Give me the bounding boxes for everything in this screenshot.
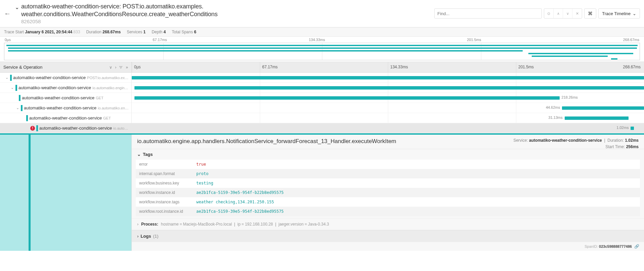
tick-label: 134.33ms [388,62,410,72]
tag-value: ae2b1fca-5159-39e5-954f-b22b8ed95575 [193,188,640,197]
chevron-down-icon: ⌄ [137,152,141,157]
service-name: automatiko-weather-condition-service [39,126,112,131]
timeline-row[interactable] [132,73,644,83]
expand-icon[interactable]: › [115,65,116,70]
tick-label: 0µs [132,62,143,72]
chevron-down-icon[interactable]: ⌄ [5,75,9,80]
minimap-span [8,50,523,52]
clear-search-icon[interactable]: ✕ [572,9,582,18]
service-color-bar [26,115,28,121]
trace-id: 8262058 [21,19,217,24]
page-title-line1: automatiko-weather-condition-service: PO… [21,3,217,10]
back-arrow-icon[interactable]: ← [4,10,11,18]
logs-count: (1) [153,234,158,239]
span-detail-panel: io.automatiko.engine.app.handlers.Notifi… [0,133,644,251]
service-name: automatiko-weather-condition-service [18,85,91,90]
timeline-header: 0µs 67.17ms 134.33ms 201.5ms 268.67ms [132,62,644,72]
service-operation-header: Service & Operation ∨ › ⩔ » [0,62,132,72]
span-duration-label: 1.02ms [616,126,629,130]
meta-value: 1.02ms [625,138,639,143]
service-name: automatiko-weather-condition-service [29,115,102,121]
meta-value: 1 [143,30,146,34]
process-kv: ip=192.168.100.28 [237,222,273,227]
minimap-span [528,53,633,54]
tree-controls: ∨ › ⩔ » [109,65,128,70]
page-title-line2: weather.conditions.WeatherConditionsReso… [21,10,217,18]
tick-label: 67.17ms [153,38,167,42]
span-id-label: SpanID: [585,244,598,248]
tags-section-header[interactable]: ⌄ Tags [132,149,644,160]
tick-label: 201.5ms [516,62,536,72]
search-nav-buttons: ⊙ ∧ ∨ ✕ [544,8,582,19]
span-duration-bar [565,116,629,120]
meta-value: 256ms [626,144,639,149]
detail-meta: Service: automatiko-weather-condition-se… [513,137,639,150]
trace-view-dropdown[interactable]: Trace Timeline ⌄ [598,8,640,19]
timeline-row[interactable]: 44.62ms [132,103,644,113]
tag-value: true [193,160,640,169]
tag-row: workflow.instance.tagsweather checking,1… [136,197,640,207]
tag-key: workflow.root.instance.id [136,207,193,216]
process-kv: jaeger.version=Java-0.34.3 [279,222,329,227]
tag-key: workflow.business.key [136,178,193,188]
operation-name: GET [96,96,130,100]
chevron-down-icon[interactable]: ⌄ [10,86,14,90]
service-color-bar [21,105,23,111]
span-row[interactable]: automatiko-weather-condition-serviceGET [0,113,131,123]
meta-label: Duration [86,30,101,34]
span-duration-bar [134,86,644,90]
tag-row: workflow.instance.idae2b1fca-5159-39e5-9… [136,188,640,197]
timeline-row[interactable] [132,83,644,93]
span-duration-label: 31.13ms [549,115,563,120]
tick-label: 268.67ms [623,38,639,42]
span-row[interactable]: !automatiko-weather-condition-serviceio.… [0,123,131,133]
timeline-row[interactable]: 218.26ms [132,93,644,103]
operation-name: io.automatiko.… [113,126,130,130]
tags-table: errortrueinternal.span.formatprotoworkfl… [136,160,640,216]
dropdown-label: Trace Timeline [602,11,631,16]
first-match-icon[interactable]: ⊙ [544,9,554,18]
span-row[interactable]: ⌄automatiko-weather-condition-serviceio.… [0,103,131,113]
meta-value-faded: .833 [72,30,80,34]
meta-label: Services [127,30,142,34]
detail-content: io.automatiko.engine.app.handlers.Notifi… [132,135,644,251]
span-duration-label: 44.62ms [546,105,560,109]
tag-row: workflow.business.keytesting [136,178,640,188]
link-icon[interactable]: 🔗 [634,244,639,249]
minimap: 0µs 67.17ms 134.33ms 201.5ms 268.67ms [0,37,644,62]
prev-match-icon[interactable]: ∧ [554,9,563,18]
span-row[interactable]: automatiko-weather-condition-serviceGET [0,93,131,103]
timeline-body: 218.26ms44.62ms31.13ms1.02ms [132,73,644,133]
meta-value: 6 [194,30,196,34]
chevron-right-icon: › [137,222,138,227]
tag-row: internal.span.formatproto [136,169,640,178]
span-row[interactable]: ⌄automatiko-weather-condition-serviceio.… [0,83,131,93]
process-section[interactable]: › Process: hostname=Maciejs-MacBook-Pro.… [132,218,644,230]
header-controls: ⊙ ∧ ∨ ✕ ⌘ Trace Timeline ⌄ [434,8,640,19]
chevron-down-icon[interactable]: ⌄ [15,106,19,110]
tag-key: error [136,160,193,169]
span-duration-bar [134,96,560,100]
meta-value: 268.67ms [103,30,121,34]
collapse-icon[interactable]: ∨ [109,65,112,70]
column-title: Service & Operation [3,65,42,70]
meta-label: Start Time: [605,144,625,149]
minimap-span [8,47,637,49]
chevron-down-icon[interactable]: ⌄ [15,4,19,10]
detail-header: io.automatiko.engine.app.handlers.Notifi… [132,135,644,149]
next-match-icon[interactable]: ∨ [563,9,572,18]
timeline-row[interactable]: 31.13ms [132,113,644,123]
meta-label: Trace Start [4,30,24,34]
keyboard-shortcuts-button[interactable]: ⌘ [584,8,596,19]
meta-value: January 6 2021, 20:54:44 [25,30,72,34]
collapse-all-icon[interactable]: ⩔ [119,65,123,70]
timeline-row[interactable]: 1.02ms [132,123,644,133]
minimap-canvas[interactable] [4,43,640,60]
search-input[interactable] [434,8,542,19]
logs-section[interactable]: › Logs (1) [132,230,644,242]
expand-all-icon[interactable]: » [126,65,128,70]
section-title: Process: [141,222,158,227]
service-color-bar [36,125,38,131]
span-row[interactable]: ⌄automatiko-weather-condition-servicePOS… [0,73,131,83]
service-color-bar [10,75,12,81]
